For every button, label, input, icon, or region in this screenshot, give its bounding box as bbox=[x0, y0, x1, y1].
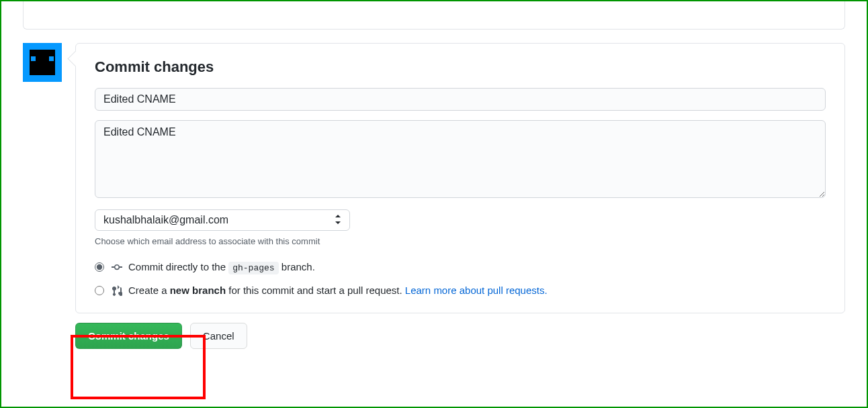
editor-panel-bottom bbox=[23, 1, 845, 30]
commit-direct-label: Commit directly to the gh-pages branch. bbox=[128, 260, 315, 275]
commit-changes-button[interactable]: Commit changes bbox=[75, 323, 182, 349]
commit-email-value: kushalbhalaik@gmail.com bbox=[103, 214, 228, 225]
commit-new-branch-radio[interactable] bbox=[95, 286, 104, 295]
commit-email-select[interactable]: kushalbhalaik@gmail.com bbox=[95, 209, 350, 231]
commit-actions: Commit changes Cancel bbox=[75, 323, 867, 349]
git-commit-icon bbox=[111, 261, 123, 273]
commit-new-branch-label: Create a new branch for this commit and … bbox=[128, 283, 548, 299]
branch-code: gh-pages bbox=[228, 262, 278, 274]
commit-summary-input[interactable] bbox=[95, 88, 826, 111]
commit-panel: Commit changes Edited CNAME kushalbhalai… bbox=[75, 43, 845, 313]
avatar bbox=[23, 43, 62, 82]
commit-direct-option[interactable]: Commit directly to the gh-pages branch. bbox=[76, 260, 844, 283]
commit-changes-section: Commit changes Edited CNAME kushalbhalai… bbox=[23, 43, 845, 313]
commit-heading: Commit changes bbox=[76, 44, 844, 88]
commit-description-input[interactable]: Edited CNAME bbox=[95, 120, 826, 198]
select-caret-icon bbox=[335, 215, 341, 225]
git-pull-request-icon bbox=[111, 285, 123, 297]
cancel-button[interactable]: Cancel bbox=[190, 323, 247, 349]
commit-direct-radio[interactable] bbox=[95, 262, 104, 272]
email-help-text: Choose which email address to associate … bbox=[76, 236, 844, 260]
commit-new-branch-option[interactable]: Create a new branch for this commit and … bbox=[76, 283, 844, 313]
learn-pull-requests-link[interactable]: Learn more about pull requests. bbox=[405, 285, 548, 296]
